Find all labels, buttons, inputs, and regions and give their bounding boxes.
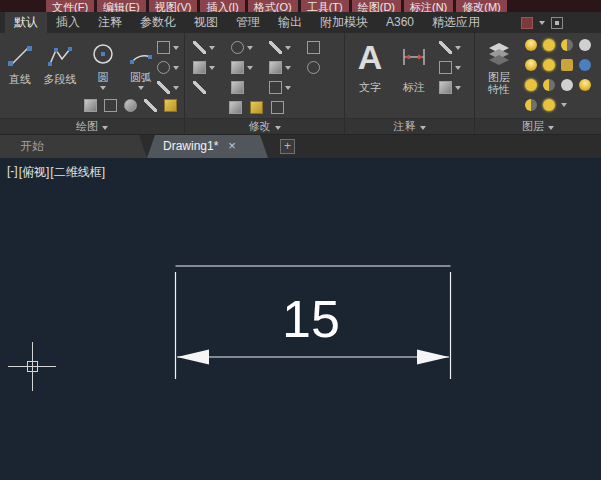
dropdown-arrow-icon[interactable] xyxy=(209,46,215,50)
join-icon[interactable] xyxy=(271,101,284,114)
dropdown-arrow-icon[interactable] xyxy=(247,46,253,50)
polyline-tool[interactable]: 多段线 xyxy=(37,41,83,85)
ribbon-tab-addins[interactable]: 附加模块 xyxy=(311,12,377,33)
erase-tool[interactable] xyxy=(193,81,206,94)
panel-layers-footer[interactable]: 图层 xyxy=(475,118,601,134)
ribbon-tab-view[interactable]: 视图 xyxy=(185,12,227,33)
dropdown-arrow-icon[interactable] xyxy=(100,86,106,90)
hatch-tool[interactable] xyxy=(157,81,179,94)
sun-icon[interactable] xyxy=(543,99,555,111)
crosshair-cursor xyxy=(8,342,56,391)
menu-item-dimension[interactable]: 标注(N) xyxy=(404,0,453,12)
dimension-tool[interactable]: 标注 xyxy=(395,35,433,93)
new-drawing-button[interactable]: + xyxy=(280,139,295,154)
menu-item-view[interactable]: 视图(V) xyxy=(149,0,198,12)
sun-icon[interactable] xyxy=(543,39,555,51)
ribbon-tab-parametric[interactable]: 参数化 xyxy=(131,12,185,33)
stretch-icon[interactable] xyxy=(229,101,242,114)
layer-properties-tool[interactable]: 图层特性 xyxy=(477,39,521,95)
dropdown-arrow-icon[interactable] xyxy=(138,86,144,90)
sun-icon[interactable] xyxy=(543,59,555,71)
ribbon-tab-home[interactable]: 默认 xyxy=(5,12,47,33)
close-icon[interactable]: × xyxy=(228,138,236,153)
layer-match-icon[interactable] xyxy=(525,99,537,111)
dropdown-arrow-icon[interactable] xyxy=(285,66,291,70)
dropdown-arrow-icon[interactable] xyxy=(173,46,179,50)
model-canvas[interactable]: 15 xyxy=(0,158,601,480)
layer-color-icon[interactable] xyxy=(579,39,591,51)
layer-freeze-icon[interactable] xyxy=(561,39,573,51)
circle-tool[interactable]: 圆 xyxy=(85,39,121,90)
trim-tool[interactable] xyxy=(269,41,291,54)
table-tool[interactable] xyxy=(439,61,461,74)
menu-item-edit[interactable]: 编辑(E) xyxy=(97,0,146,12)
dropdown-arrow-icon[interactable] xyxy=(285,46,291,50)
viewport-menu-control[interactable]: [-] xyxy=(7,164,18,181)
leader-tool[interactable] xyxy=(439,41,461,54)
dropdown-arrow-icon[interactable] xyxy=(285,86,291,90)
dropdown-arrow-icon[interactable] xyxy=(173,66,179,70)
markup-tool[interactable] xyxy=(439,81,461,94)
lock-icon[interactable] xyxy=(561,59,573,71)
ribbon-tab-output[interactable]: 输出 xyxy=(269,12,311,33)
dropdown-arrow-icon[interactable] xyxy=(455,66,461,70)
workspace-icon[interactable] xyxy=(521,17,533,29)
arc-tool[interactable]: 圆弧 xyxy=(123,39,159,90)
dropdown-arrow-icon[interactable] xyxy=(209,66,215,70)
dropdown-arrow-icon[interactable] xyxy=(247,66,253,70)
ribbon-tab-a360[interactable]: A360 xyxy=(377,12,423,33)
dropdown-arrow-icon[interactable] xyxy=(561,103,567,107)
menu-item-tools[interactable]: 工具(T) xyxy=(301,0,349,12)
offset-tool[interactable] xyxy=(307,61,320,74)
explode-tool[interactable] xyxy=(231,81,244,94)
layer-isolate-icon[interactable] xyxy=(579,59,591,71)
point-icon[interactable] xyxy=(164,99,177,112)
dimension-entity[interactable]: 15 xyxy=(176,266,451,379)
menu-item-modify[interactable]: 修改(M) xyxy=(456,0,507,12)
layer-thaw-icon[interactable] xyxy=(543,79,555,91)
viewport-visual-style-control[interactable]: [二维线框] xyxy=(50,164,105,181)
ribbon-tab-insert[interactable]: 插入 xyxy=(47,12,89,33)
ribbon-minimize-icon[interactable] xyxy=(551,17,563,29)
text-tool[interactable]: A 文字 xyxy=(349,35,391,93)
file-tab-drawing1[interactable]: Drawing1*× xyxy=(147,135,268,158)
ribbon-tab-manage[interactable]: 管理 xyxy=(227,12,269,33)
spline-icon[interactable] xyxy=(144,99,157,112)
copy-tool[interactable] xyxy=(193,61,215,74)
menu-item-draw[interactable]: 绘图(D) xyxy=(352,0,401,12)
menu-item-insert[interactable]: 插入(I) xyxy=(200,0,244,12)
ribbon-tab-featured-apps[interactable]: 精选应用 xyxy=(423,12,489,33)
mirror-tool[interactable] xyxy=(231,61,253,74)
lengthen-icon[interactable] xyxy=(250,101,263,114)
light-bulb-icon[interactable] xyxy=(579,79,591,91)
menu-item-format[interactable]: 格式(O) xyxy=(248,0,298,12)
scale-tool[interactable] xyxy=(269,81,291,94)
dropdown-arrow-icon[interactable] xyxy=(455,86,461,90)
file-tab-start[interactable]: 开始 xyxy=(0,135,147,158)
fillet-tool[interactable] xyxy=(307,41,320,54)
layer-state-row-1 xyxy=(525,39,591,51)
light-bulb-icon[interactable] xyxy=(525,59,537,71)
region-icon[interactable] xyxy=(84,99,97,112)
panel-modify-footer[interactable]: 修改 xyxy=(185,118,344,134)
light-bulb-icon[interactable] xyxy=(525,39,537,51)
layer-off-icon[interactable] xyxy=(561,79,573,91)
boundary-icon[interactable] xyxy=(104,99,117,112)
chevron-down-icon[interactable] xyxy=(539,21,545,25)
drawing-area[interactable]: [-] [俯视] [二维线框] 15 xyxy=(0,158,601,480)
dropdown-arrow-icon[interactable] xyxy=(173,86,179,90)
donut-icon[interactable] xyxy=(124,99,137,112)
ribbon-tab-annotate[interactable]: 注释 xyxy=(89,12,131,33)
viewport-view-control[interactable]: [俯视] xyxy=(19,164,50,181)
menu-item-file[interactable]: 文件(F) xyxy=(46,0,94,12)
rectangle-tool[interactable] xyxy=(157,41,179,54)
sun-icon[interactable] xyxy=(525,79,537,91)
panel-annotation-footer[interactable]: 注释 xyxy=(345,118,474,134)
rotate-tool[interactable] xyxy=(231,41,253,54)
ellipse-tool[interactable] xyxy=(157,61,179,74)
array-tool[interactable] xyxy=(269,61,291,74)
dropdown-arrow-icon[interactable] xyxy=(455,46,461,50)
line-tool[interactable]: 直线 xyxy=(3,41,37,85)
panel-draw-footer[interactable]: 绘图 xyxy=(0,118,184,134)
move-tool[interactable] xyxy=(193,41,215,54)
